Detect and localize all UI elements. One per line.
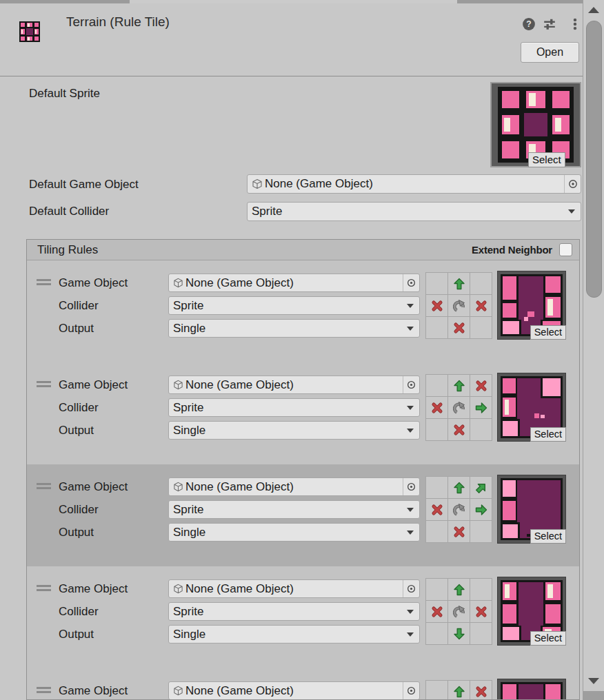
rule-sprite-preview[interactable]: Select (497, 271, 566, 340)
object-picker-icon[interactable] (564, 175, 581, 193)
tiling-rule-row[interactable]: Game Object Collider Output None (Game O… (27, 260, 579, 362)
presets-icon[interactable] (543, 17, 556, 31)
neighbor-cell[interactable] (448, 601, 470, 622)
neighbor-cell[interactable] (470, 273, 492, 294)
neighbor-cell[interactable] (448, 397, 470, 418)
rule-collider-dropdown[interactable]: Sprite (168, 500, 420, 519)
neighbor-cell[interactable] (448, 419, 470, 440)
extend-neighbor-checkbox[interactable] (559, 243, 572, 256)
neighbor-cell[interactable] (426, 375, 447, 396)
neighbor-cell[interactable] (448, 273, 470, 294)
rule-collider-dropdown[interactable]: Sprite (168, 296, 420, 315)
help-icon[interactable]: ? (522, 17, 536, 31)
neighbor-cell[interactable] (426, 273, 447, 294)
rule-sprite-preview[interactable]: Select (497, 475, 566, 544)
object-picker-icon[interactable] (403, 580, 419, 597)
neighbor-cell[interactable] (426, 623, 447, 644)
rule-sprite-preview[interactable]: Select (497, 679, 566, 700)
rotate-icon (453, 504, 465, 516)
neighbor-cell[interactable] (426, 499, 447, 520)
rule-output-dropdown[interactable]: Single (168, 523, 420, 542)
select-button[interactable]: Select (530, 529, 566, 544)
drag-handle[interactable] (37, 687, 51, 693)
drag-handle[interactable] (37, 585, 51, 591)
scroll-thumb[interactable] (586, 21, 602, 298)
tiling-rule-row[interactable]: Game Object Collider Output None (Game O… (27, 464, 579, 566)
kebab-menu-icon[interactable] (568, 17, 582, 31)
rule-output-dropdown[interactable]: Single (168, 319, 420, 338)
select-button[interactable]: Select (530, 325, 566, 340)
drag-handle[interactable] (37, 279, 51, 285)
rule-collider-dropdown[interactable]: Sprite (168, 398, 420, 417)
neighbor-cell[interactable] (470, 295, 492, 316)
cube-icon (173, 482, 183, 492)
neighbor-cell[interactable] (448, 295, 470, 316)
neighbor-cell[interactable] (426, 477, 447, 498)
triangle-down-icon (588, 678, 599, 684)
neighbor-cell[interactable] (426, 397, 447, 418)
rule-game-object-field[interactable]: None (Game Object) (168, 375, 420, 394)
neighbor-cell[interactable] (426, 579, 447, 600)
neighbor-cell[interactable] (470, 601, 492, 622)
object-field-value: None (Game Object) (185, 276, 403, 290)
dropdown-value: Sprite (173, 605, 407, 619)
dropdown-value: Single (173, 424, 407, 438)
rule-sprite-preview[interactable]: Select (497, 373, 566, 442)
neighbor-cell[interactable] (426, 681, 447, 700)
red-x-icon (475, 300, 487, 312)
neighbor-cell[interactable] (448, 375, 470, 396)
neighbor-cell[interactable] (470, 623, 492, 644)
neighbor-cell[interactable] (470, 499, 492, 520)
neighbor-cell[interactable] (470, 579, 492, 600)
default-game-object-field[interactable]: None (Game Object) (247, 174, 581, 194)
inspector-panel: Terrain (Rule Tile) ? Open Default Sprit… (0, 0, 604, 700)
green-arrow-down-icon (453, 628, 465, 640)
neighbor-cell[interactable] (470, 521, 492, 542)
collider-label: Collider (59, 602, 99, 621)
scroll-up-button[interactable] (583, 1, 604, 18)
neighbor-cell[interactable] (448, 521, 470, 542)
rule-game-object-field[interactable]: None (Game Object) (168, 477, 420, 496)
neighbor-cell[interactable] (448, 681, 470, 700)
rule-collider-dropdown[interactable]: Sprite (168, 602, 420, 621)
neighbor-cell[interactable] (426, 601, 447, 622)
neighbor-cell[interactable] (448, 477, 470, 498)
rule-game-object-field[interactable]: None (Game Object) (168, 274, 420, 292)
rule-sprite-preview[interactable]: Select (497, 577, 566, 646)
rule-game-object-field[interactable]: None (Game Object) (168, 579, 420, 598)
neighbor-cell[interactable] (470, 477, 492, 498)
scrollbar[interactable] (583, 0, 604, 700)
neighbor-cell[interactable] (426, 317, 447, 338)
neighbor-cell[interactable] (470, 317, 492, 338)
object-picker-icon[interactable] (403, 682, 419, 699)
scroll-down-button[interactable] (583, 672, 604, 689)
tiling-rule-row[interactable]: Game Object Collider Output None (Game O… (27, 668, 579, 700)
rule-output-dropdown[interactable]: Single (168, 625, 420, 644)
neighbor-cell[interactable] (426, 419, 447, 440)
default-collider-dropdown[interactable]: Sprite (247, 202, 581, 221)
drag-handle[interactable] (37, 483, 51, 489)
drag-handle[interactable] (37, 381, 51, 387)
object-picker-icon[interactable] (403, 376, 419, 393)
rule-game-object-field[interactable]: None (Game Object) (168, 681, 420, 700)
neighbor-cell[interactable] (448, 317, 470, 338)
neighbor-cell[interactable] (426, 295, 447, 316)
neighbor-cell[interactable] (470, 375, 492, 396)
open-button[interactable]: Open (521, 42, 579, 63)
object-picker-icon[interactable] (403, 478, 419, 495)
tiling-rule-row[interactable]: Game Object Collider Output None (Game O… (27, 566, 579, 668)
svg-text:?: ? (526, 19, 531, 29)
neighbor-cell[interactable] (448, 623, 470, 644)
tiling-rule-row[interactable]: Game Object Collider Output None (Game O… (27, 362, 579, 464)
neighbor-cell[interactable] (426, 521, 447, 542)
object-picker-icon[interactable] (403, 274, 419, 291)
select-button[interactable]: Select (528, 152, 565, 167)
neighbor-cell[interactable] (470, 397, 492, 418)
neighbor-cell[interactable] (470, 419, 492, 440)
select-button[interactable]: Select (530, 427, 566, 442)
select-button[interactable]: Select (530, 631, 566, 646)
neighbor-cell[interactable] (470, 681, 492, 700)
neighbor-cell[interactable] (448, 499, 470, 520)
neighbor-cell[interactable] (448, 579, 470, 600)
rule-output-dropdown[interactable]: Single (168, 421, 420, 440)
